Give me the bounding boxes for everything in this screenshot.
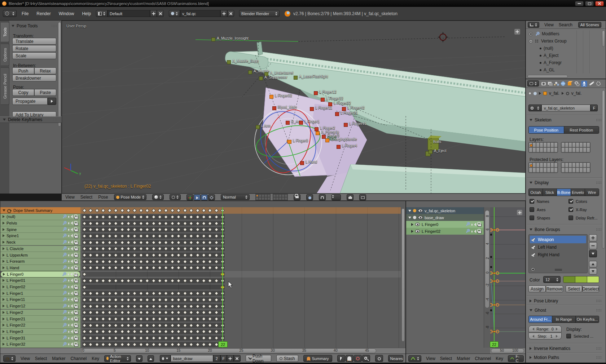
outliner-v-scrollbar[interactable] [602,30,605,47]
region-add-icon[interactable] [514,29,520,35]
modifier-wrench-icon[interactable] [62,285,67,289]
current-frame-badge[interactable]: 22 [218,341,228,347]
bone-group-remove-button[interactable] [589,242,597,249]
action-name-field[interactable]: base_draw [171,355,213,362]
summary-toggle[interactable]: Summary [303,355,332,362]
mute-speaker-icon[interactable] [68,234,73,238]
layer-toggle[interactable] [561,168,565,173]
lock-icon[interactable] [74,248,78,251]
dopesheet-menu-channel[interactable]: Channel [71,356,87,361]
layer-toggle[interactable] [547,142,550,147]
bone-cube-l-finger02[interactable] [269,95,273,99]
graph-menu-select[interactable]: Select [440,356,452,361]
channel-pelvis[interactable]: Pelvis [0,220,80,227]
action-unlink-button[interactable] [234,355,241,362]
layer-toggle[interactable] [532,163,536,168]
modifier-wrench-icon[interactable] [465,222,470,227]
menu-render[interactable]: Render [36,11,50,16]
lock-icon[interactable] [74,229,78,232]
bone-cube-a_foregrip[interactable] [316,131,320,135]
expand-icon[interactable] [3,260,5,263]
checkbox-axes[interactable] [530,207,534,212]
channel-l-finger0[interactable]: L Finger0 [0,271,80,278]
layer-toggle[interactable] [543,163,547,168]
viewport-layer-toggle[interactable] [267,194,270,197]
layer-toggle[interactable] [565,168,568,173]
lock-icon[interactable] [74,318,78,321]
layer-toggle[interactable] [540,168,543,173]
layer-toggle[interactable] [576,163,579,168]
editor-type-info-selector[interactable]: i [3,10,17,17]
editor-type-dopesheet-selector[interactable] [3,355,16,362]
sc ene-delete-button[interactable] [227,10,234,17]
transform-orientation-dropdown[interactable]: Normal [221,194,250,200]
mute-speaker-icon[interactable] [68,278,73,283]
render-engine-dropdown[interactable]: Blender Render [239,10,280,17]
snap-mode-dropdown[interactable]: Neares [388,355,403,362]
layer-toggle[interactable] [587,142,590,147]
viewport-layer-toggle[interactable] [259,197,262,200]
modifier-wrench-icon[interactable] [62,234,67,238]
graph-menu-channel[interactable]: Channel [475,356,491,361]
translate-button[interactable]: Translate [12,38,56,45]
channel-l-finger1[interactable]: L Finger1 [0,290,80,297]
dopesheet-mode-dropdown[interactable]: Action Editor [104,355,131,362]
modifier-wrench-icon[interactable] [62,246,67,251]
expand-icon[interactable] [3,330,5,333]
maximize-button[interactable] [585,1,594,6]
viewport-layer-toggle[interactable] [285,194,287,197]
lock-icon[interactable] [74,235,78,238]
graph-menu-marker[interactable]: Marker [457,356,470,361]
layer-toggle[interactable] [554,147,558,152]
expand-icon[interactable] [3,273,5,276]
color-set-stepper[interactable]: 12 [543,276,561,283]
outliner-h-scrollbar[interactable] [527,75,568,78]
push-down-button[interactable]: Push Down [246,355,271,362]
viewport-menu-select[interactable]: Select [80,195,92,200]
layer-toggle[interactable] [529,163,532,168]
mute-speaker-icon[interactable] [471,222,476,227]
layer-toggle[interactable] [547,168,550,173]
viewport-layer-toggle[interactable] [264,197,267,200]
dope-sheet-summary-row[interactable]: Dope Sheet Summary [0,207,80,214]
layer-toggle[interactable] [576,142,579,147]
expand-icon[interactable] [3,305,5,307]
bone-cube-a_muzzle_ironsight[interactable] [211,37,215,41]
mute-speaker-icon[interactable] [68,240,73,244]
graph-menu-view[interactable]: View [426,356,435,361]
layer-toggle[interactable] [532,168,536,173]
mute-speaker-icon[interactable] [68,317,73,321]
menu-file[interactable]: File [22,11,28,16]
layer-toggle[interactable] [550,163,554,168]
assign-button[interactable]: Assign [528,285,546,292]
modifier-wrench-icon[interactable] [62,304,67,308]
channel-neck[interactable]: Neck [0,239,80,246]
channel-l-finger21[interactable]: L Finger21 [0,316,80,322]
tool-shelf-tab-grease-pencil[interactable]: Grease Pencil [1,67,9,105]
expand-icon[interactable] [3,266,5,269]
layer-toggle[interactable] [565,147,568,152]
viewport-layer-toggle[interactable] [282,194,285,197]
modifier-wrench-icon[interactable] [62,342,67,347]
expand-icon[interactable] [3,311,5,314]
layer-toggle[interactable] [554,168,558,173]
modifier-wrench-icon[interactable] [62,214,67,219]
layer-toggle[interactable] [550,168,554,173]
collapse-icon[interactable] [530,182,532,184]
expand-icon[interactable] [3,215,5,218]
copy-pose-button[interactable]: Copy [12,89,34,96]
layer-toggle[interactable] [536,168,540,173]
panel-grip-icon[interactable] [51,25,57,27]
expand-icon[interactable] [3,234,5,237]
layer-toggle[interactable] [550,147,554,152]
layer-toggle[interactable] [565,163,568,168]
bone-group-move-up-button[interactable] [589,261,597,267]
pivot-center-button[interactable] [354,355,362,362]
push-button[interactable]: Push [12,67,34,74]
lock-icon[interactable] [74,274,78,277]
layer-toggle[interactable] [540,163,543,168]
dopesheet-menu-view[interactable]: View [21,356,30,361]
armature-browse-button[interactable] [528,105,541,111]
collapse-icon[interactable] [530,119,532,121]
action-browse-button[interactable] [160,355,171,362]
